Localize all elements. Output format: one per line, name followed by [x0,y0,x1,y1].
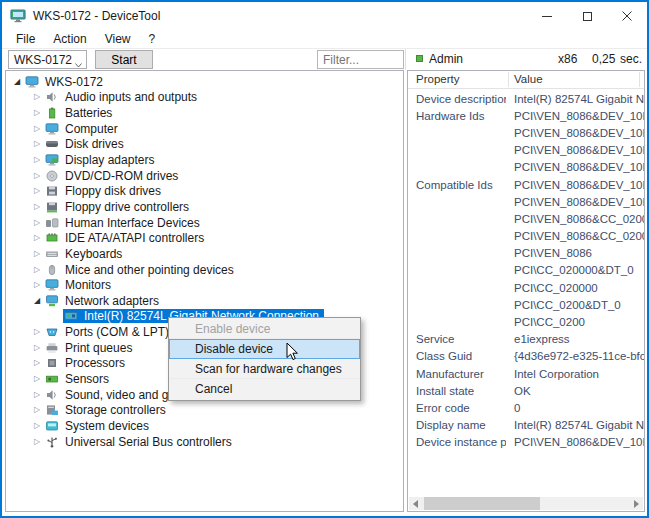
expand-arrow-icon[interactable]: ▷ [31,203,43,211]
tree-item[interactable]: ▷Batteries [6,105,403,121]
property-row[interactable]: PCI\VEN_8086&DEV_10D38 [408,159,644,176]
tree-item-label: Processors [63,356,127,370]
property-row[interactable]: Install stateOK [408,382,644,399]
tree-item[interactable]: ▷Monitors [6,277,403,293]
tree-item[interactable]: ▷System devices [6,418,403,434]
expand-arrow-icon[interactable]: ▷ [31,219,43,227]
property-row[interactable]: Error code0 [408,399,644,416]
menu-help[interactable]: ? [140,30,165,49]
expand-arrow-icon[interactable]: ▷ [31,344,43,352]
context-menu: Enable deviceDisable deviceScan for hard… [168,317,361,401]
property-row[interactable]: PCI\VEN_8086&CC_0200 [408,228,644,245]
expand-arrow-icon[interactable]: ▷ [31,250,43,258]
property-row[interactable]: PCI\CC_020000&DT_0 [408,262,644,279]
expand-arrow-icon[interactable]: ▷ [31,187,43,195]
column-header-property[interactable]: Property [416,73,459,85]
expand-arrow-icon[interactable]: ▷ [31,406,43,414]
column-header-value[interactable]: Value [514,73,543,85]
start-button[interactable]: Start [95,50,153,69]
tree-item[interactable]: ▷Display adapters [6,152,403,168]
expand-arrow-icon[interactable]: ▷ [31,281,43,289]
property-row[interactable]: ManufacturerIntel Corporation [408,365,644,382]
property-value: {4d36e972-e325-11ce-bfc1- [506,350,644,362]
property-value: PCI\CC_0200&DT_0 [506,299,644,311]
expand-arrow-icon[interactable]: ▷ [31,422,43,430]
tree-item-label: Human Interface Devices [63,216,202,230]
context-menu-item-enable-device: Enable device [169,319,360,339]
toolbar-divider [405,49,406,70]
maximize-icon [583,12,592,21]
collapse-arrow-icon[interactable]: ◢ [11,78,23,86]
tree-item[interactable]: ▷Audio inputs and outputs [6,90,403,106]
tree-item[interactable]: ▷Mice and other pointing devices [6,262,403,278]
computer-select[interactable]: WKS-0172 [8,50,87,69]
horizontal-scrollbar[interactable] [409,497,643,510]
expand-arrow-icon[interactable]: ▷ [31,438,43,446]
property-value: PCI\VEN_8086&DEV_10D38 [506,179,644,191]
filter-input[interactable] [317,50,404,69]
tree-item-label: Audio inputs and outputs [63,90,199,104]
tree-item[interactable]: ▷DVD/CD-ROM drives [6,168,403,184]
window-title: WKS-0172 - DeviceTool [33,9,160,23]
property-row[interactable]: Hardware IdsPCI\VEN_8086&DEV_10D38 [408,107,644,124]
battery-icon [45,107,59,119]
expand-arrow-icon[interactable]: ▷ [31,93,43,101]
expand-arrow-icon[interactable]: ▷ [31,375,43,383]
tree-item[interactable]: ▷Floppy disk drives [6,183,403,199]
expand-arrow-icon[interactable]: ▷ [31,359,43,367]
expand-arrow-icon[interactable]: ▷ [31,109,43,117]
tree-item[interactable]: ▷Floppy drive controllers [6,199,403,215]
expand-arrow-icon[interactable]: ▷ [31,156,43,164]
tree-item[interactable]: ◢WKS-0172 [6,74,403,90]
property-row[interactable]: PCI\CC_0200&DT_0 [408,296,644,313]
column-divider[interactable] [639,72,640,87]
expand-arrow-icon[interactable]: ▷ [31,140,43,148]
tree-item[interactable]: ◢Network adapters [6,293,403,309]
property-row[interactable]: Device descriptionIntel(R) 82574L Gigabi… [408,90,644,107]
property-list-header: Property Value [408,71,644,89]
property-row[interactable]: Display nameIntel(R) 82574L Gigabit Netw [408,417,644,434]
close-button[interactable] [607,2,647,30]
expand-arrow-icon[interactable]: ▷ [31,125,43,133]
property-row[interactable]: Compatible IdsPCI\VEN_8086&DEV_10D38 [408,176,644,193]
menu-file[interactable]: File [7,30,44,49]
property-row[interactable]: PCI\CC_020000 [408,279,644,296]
tree-item[interactable]: ▷Disk drives [6,137,403,153]
expand-arrow-icon[interactable]: ▷ [31,172,43,180]
tree-item[interactable]: ▷Keyboards [6,246,403,262]
column-divider[interactable] [508,72,509,87]
context-menu-item-disable-device[interactable]: Disable device [169,339,360,359]
property-row[interactable]: PCI\CC_0200 [408,313,644,330]
menu-view[interactable]: View [96,30,140,49]
property-row[interactable]: PCI\VEN_8086&DEV_10D38 [408,124,644,141]
expand-arrow-icon[interactable]: ▷ [31,391,43,399]
tree-item[interactable]: ▷Computer [6,121,403,137]
scroll-left-icon[interactable] [413,500,418,508]
property-row[interactable]: PCI\VEN_8086&CC_020000 [408,210,644,227]
context-menu-item-cancel[interactable]: Cancel [169,379,360,399]
property-row[interactable]: Servicee1iexpress [408,331,644,348]
tree-item[interactable]: ▷IDE ATA/ATAPI controllers [6,230,403,246]
expand-arrow-icon[interactable]: ▷ [31,266,43,274]
tree-item[interactable]: ▷Universal Serial Bus controllers [6,434,403,450]
maximize-button[interactable] [567,2,607,30]
property-row[interactable]: Class Guid{4d36e972-e325-11ce-bfc1- [408,348,644,365]
storage-icon [45,404,59,416]
scroll-right-icon[interactable] [634,500,639,508]
property-row[interactable]: Device instance pathPCI\VEN_8086&DEV_10D… [408,434,644,451]
collapse-arrow-icon[interactable]: ◢ [31,297,43,305]
property-row[interactable]: PCI\VEN_8086 [408,245,644,262]
property-row[interactable]: PCI\VEN_8086&DEV_10D38 [408,142,644,159]
context-menu-item-scan-for-hardware-changes[interactable]: Scan for hardware changes [169,359,360,379]
tree-item[interactable]: ▷Storage controllers [6,402,403,418]
floppy-icon [45,185,59,197]
property-value: PCI\VEN_8086 [506,247,644,259]
expand-arrow-icon[interactable]: ▷ [31,328,43,336]
tree-item[interactable]: ▷Human Interface Devices [6,215,403,231]
menu-action[interactable]: Action [44,30,95,49]
scrollbar-thumb[interactable] [424,497,540,510]
minimize-button[interactable] [527,2,567,30]
property-row[interactable]: PCI\VEN_8086&DEV_10D3 [408,193,644,210]
expand-arrow-icon[interactable]: ▷ [31,234,43,242]
property-value: PCI\CC_020000&DT_0 [506,264,644,276]
